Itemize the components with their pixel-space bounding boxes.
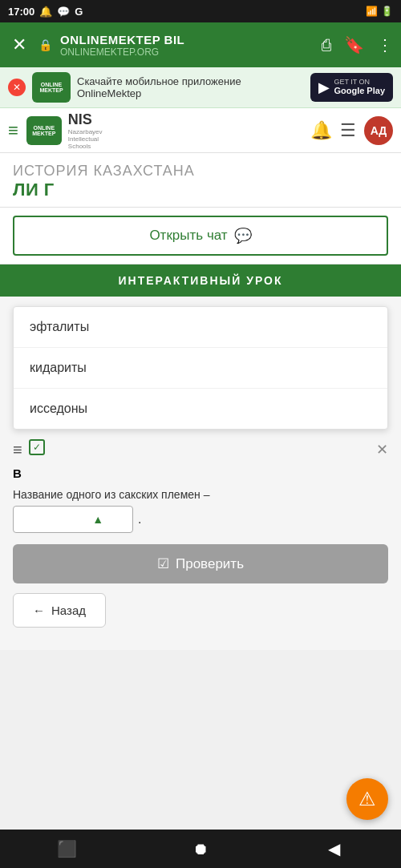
- page-title-area: ИСТОРИЯ КАЗАХСТАНА ЛИ Г: [0, 153, 401, 208]
- dropdown-item-eftaliti[interactable]: эфталиты: [14, 307, 387, 348]
- page-main-title: ЛИ Г: [13, 180, 388, 200]
- arrow-left-icon: ←: [33, 604, 45, 617]
- open-chat-button[interactable]: Открыть чат 💬: [13, 216, 388, 256]
- battery-icon: 🔋: [381, 6, 393, 17]
- lesson-close-icon[interactable]: ✕: [376, 441, 388, 458]
- play-store-icon: ▶: [318, 79, 330, 96]
- question-label: Название одного из сакских племен –: [13, 488, 388, 501]
- lesson-menu-icon[interactable]: ≡: [13, 441, 22, 459]
- status-bar: 17:00 🔔 💬 G 📶 🔋: [0, 0, 401, 22]
- page-subtitle: ИСТОРИЯ КАЗАХСТАНА: [13, 163, 388, 180]
- lesson-menu-row: ≡ ✓ ✕: [13, 439, 388, 460]
- site-nav: ≡ ONLINE MEKTEP NIS NazarbayevIntellectu…: [0, 108, 401, 153]
- select-row: ▲ .: [13, 506, 388, 533]
- google-play-button[interactable]: ▶ GET IT ON Google Play: [310, 73, 393, 101]
- share-icon[interactable]: ⎙: [322, 36, 331, 55]
- dropdown-item-issedoni[interactable]: исседоны: [14, 389, 387, 429]
- more-icon[interactable]: ⋮: [377, 35, 393, 55]
- tribe-select-dropdown[interactable]: ▲: [13, 506, 133, 533]
- nav-square-button[interactable]: ⬛: [47, 834, 87, 863]
- check-icon: ☑: [157, 555, 169, 572]
- nis-logo: NIS NazarbayevIntellectualSchools: [68, 111, 103, 150]
- browser-subtitle: ONLINEMEKTEP.ORG: [60, 46, 314, 58]
- checkbox-icon: ✓: [29, 439, 45, 455]
- interactive-lesson-header: ИНТЕРАКТИВНЫЙ УРОК: [0, 264, 401, 297]
- lock-icon: 🔒: [38, 38, 52, 51]
- signal-icon: 📶: [366, 6, 378, 17]
- lesson-check-row: ✓: [29, 439, 45, 455]
- browser-bar: ✕ 🔒 ONLINEMEKTEP BIL ONLINEMEKTEP.ORG ⎙ …: [0, 22, 401, 67]
- status-time: 17:00 🔔 💬 G: [8, 6, 83, 18]
- chat-section: Открыть чат 💬: [0, 208, 401, 264]
- bookmark-icon[interactable]: 🔖: [344, 35, 364, 55]
- browser-actions: ⎙ 🔖 ⋮: [322, 35, 393, 55]
- check-button[interactable]: ☑ Проверить: [13, 544, 388, 583]
- lesson-body: ≡ ✓ ✕ В Название одного из сакских племе…: [13, 439, 388, 628]
- app-banner: ✕ ONLINE MEKTEP Скачайте мобильное прило…: [0, 67, 401, 108]
- sentence-dot: .: [138, 512, 141, 527]
- warning-fab-button[interactable]: ⚠: [346, 778, 388, 820]
- dropdown-item-kidariti[interactable]: кидариты: [14, 348, 387, 389]
- lesson-bold-text: В: [13, 466, 22, 480]
- nav-logo-area: ONLINE MEKTEP NIS NazarbayevIntellectual…: [26, 111, 103, 150]
- hamburger-menu-button[interactable]: ≡: [8, 120, 18, 141]
- banner-logo: ONLINE MEKTEP: [32, 72, 71, 103]
- browser-title: ONLINEMEKTEP BIL: [60, 33, 314, 46]
- dropdown-overlay: эфталиты кидариты исседоны: [13, 306, 388, 430]
- online-mektep-logo: ONLINE MEKTEP: [26, 116, 62, 145]
- back-button[interactable]: ← Назад: [13, 593, 106, 628]
- google-play-label: Google Play: [334, 86, 385, 96]
- bottom-nav: ⬛ ⏺ ◀: [0, 830, 401, 868]
- nav-home-button[interactable]: ⏺: [180, 834, 221, 863]
- status-icons: 📶 🔋: [366, 6, 393, 17]
- list-view-button[interactable]: ☰: [340, 120, 356, 141]
- close-tab-button[interactable]: ✕: [8, 34, 30, 55]
- chat-icon: 💬: [234, 227, 252, 244]
- notification-bell-button[interactable]: 🔔: [310, 120, 332, 141]
- lesson-answer-row: В: [13, 466, 388, 480]
- chevron-up-icon: ▲: [92, 513, 103, 526]
- banner-close-button[interactable]: ✕: [8, 79, 26, 96]
- warning-icon: ⚠: [358, 788, 376, 810]
- user-avatar-button[interactable]: АД: [364, 116, 393, 145]
- nav-back-button[interactable]: ◀: [314, 834, 354, 863]
- banner-text: Скачайте мобильное приложение OnlineMekt…: [77, 75, 304, 99]
- lesson-content: эфталиты кидариты исседоны ≡ ✓ ✕ В Назва…: [0, 297, 401, 650]
- url-area[interactable]: ONLINEMEKTEP BIL ONLINEMEKTEP.ORG: [60, 33, 314, 58]
